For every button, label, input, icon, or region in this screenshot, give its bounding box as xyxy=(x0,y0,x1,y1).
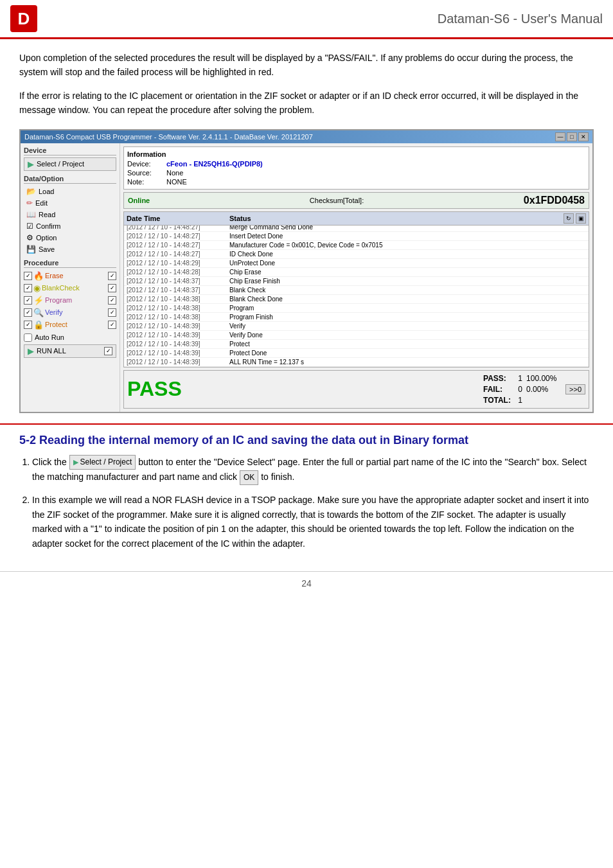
minimize-button[interactable]: — xyxy=(555,132,565,141)
log-row: [2012 / 12 / 10 - 14:48:38]Program xyxy=(124,304,589,313)
log-refresh-button[interactable]: ↻ xyxy=(564,213,574,224)
menu-edit[interactable]: ✏ Edit xyxy=(24,197,116,209)
log-row: [2012 / 12 / 10 - 14:48:27]ID Check Done xyxy=(124,250,589,259)
pass-key: PASS: xyxy=(483,374,506,383)
close-button[interactable]: ✕ xyxy=(578,132,589,141)
select-project-button[interactable]: ▶ Select / Project xyxy=(24,157,116,171)
menu-read[interactable]: 📖 Read xyxy=(24,209,116,220)
proc-verify-check1[interactable]: ✓ xyxy=(24,308,32,317)
load-icon: 📂 xyxy=(26,187,36,196)
edit-icon: ✏ xyxy=(26,199,33,208)
section-52-list: Click the ▶ Select / Project button to e… xyxy=(32,455,594,551)
proc-program-check1[interactable]: ✓ xyxy=(24,296,32,305)
auto-run-checkbox[interactable] xyxy=(24,333,32,342)
log-clear-button[interactable]: ▣ xyxy=(576,213,586,224)
erase-icon: 🔥 xyxy=(33,271,44,281)
result-stats: PASS: 1 100.00% FAIL: 0 0.00% >>0 TOTAL:… xyxy=(483,374,585,405)
proc-blank-check1[interactable]: ✓ xyxy=(24,284,32,292)
fail-row: FAIL: 0 0.00% >>0 xyxy=(483,384,585,394)
proc-protect-check2[interactable]: ✓ xyxy=(108,321,116,329)
checksum-label: Checksum[Total]: xyxy=(310,197,364,204)
note-row: Note: NONE xyxy=(127,178,585,186)
proc-protect-check1[interactable]: ✓ xyxy=(24,321,32,329)
confirm-label: Confirm xyxy=(36,222,61,230)
run-all-icon: ▶ xyxy=(28,346,34,356)
select-project-icon: ▶ xyxy=(28,159,34,169)
log-time: [2012 / 12 / 10 - 14:48:38] xyxy=(127,314,229,321)
save-icon: 💾 xyxy=(26,245,36,254)
log-row: [2012 / 12 / 10 - 14:48:37]Chip Erase Fi… xyxy=(124,277,589,286)
log-time: [2012 / 12 / 10 - 14:48:37] xyxy=(127,278,229,285)
run-all-checkbox[interactable]: ✓ xyxy=(104,347,112,355)
fail-pct: 0.00% xyxy=(526,385,562,394)
fail-arrow-button[interactable]: >>0 xyxy=(565,384,585,394)
app-body: Device ▶ Select / Project Data/Option 📂 … xyxy=(21,143,592,412)
device-row: Device: cFeon - EN25QH16-Q(PDIP8) xyxy=(127,160,585,168)
log-status: Chip Erase xyxy=(229,269,586,276)
fail-key: FAIL: xyxy=(483,385,506,394)
header-logo: D xyxy=(10,5,37,32)
total-key: TOTAL: xyxy=(483,396,506,405)
verify-label: Verify xyxy=(45,308,107,316)
pass-row: PASS: 1 100.00% xyxy=(483,374,585,383)
app-titlebar: Dataman-S6 Compact USB Programmer - Soft… xyxy=(21,130,592,143)
proc-erase-check1[interactable]: ✓ xyxy=(24,272,32,280)
body-para-2: If the error is relating to the IC place… xyxy=(19,89,594,118)
log-time: [2012 / 12 / 10 - 14:48:39] xyxy=(127,332,229,339)
data-option-section-label: Data/Option xyxy=(24,175,116,184)
log-header-time: Date Time xyxy=(127,215,229,222)
proc-erase-check2[interactable]: ✓ xyxy=(108,272,116,280)
log-time: [2012 / 12 / 10 - 14:48:38] xyxy=(127,296,229,303)
read-icon: 📖 xyxy=(26,210,36,219)
log-status: ID Check Done xyxy=(229,251,586,258)
menu-confirm[interactable]: ☑ Confirm xyxy=(24,220,116,232)
verify-icon: 🔍 xyxy=(33,308,44,317)
log-row: [2012 / 12 / 10 - 14:48:27]Insert Detect… xyxy=(124,232,589,241)
body-text: Upon completion of the selected procedur… xyxy=(0,39,613,124)
information-label: Information xyxy=(127,150,585,158)
app-window: Dataman-S6 Compact USB Programmer - Soft… xyxy=(19,129,594,413)
log-time: [2012 / 12 / 10 - 14:48:39] xyxy=(127,323,229,330)
online-checksum-row: Online Checksum[Total]: 0x1FDD0458 xyxy=(123,192,589,209)
log-time: [2012 / 12 / 10 - 14:48:27] xyxy=(127,242,229,249)
menu-load[interactable]: 📂 Load xyxy=(24,186,116,197)
proc-verify-check2[interactable]: ✓ xyxy=(108,308,116,317)
maximize-button[interactable]: □ xyxy=(567,132,577,141)
total-count: 1 xyxy=(510,396,522,405)
run-all-button[interactable]: ▶ RUN ALL ✓ xyxy=(24,344,116,358)
log-time: [2012 / 12 / 10 - 14:48:39] xyxy=(127,341,229,348)
log-status: Program Finish xyxy=(229,314,586,321)
app-titlebar-buttons: — □ ✕ xyxy=(555,132,589,141)
section-52-item-1: Click the ▶ Select / Project button to e… xyxy=(32,455,594,486)
log-status: Program xyxy=(229,305,586,312)
section-52-item-2: In this example we will read a NOR FLASH… xyxy=(32,493,594,551)
proc-program-check2[interactable]: ✓ xyxy=(108,296,116,305)
log-row: [2012 / 12 / 10 - 14:48:39]Protect xyxy=(124,340,589,349)
proc-erase: ✓ 🔥 Erase ✓ xyxy=(24,270,116,282)
log-time: [2012 / 12 / 10 - 14:48:27] xyxy=(127,226,229,231)
proc-protect: ✓ 🔒 Protect ✓ xyxy=(24,319,116,331)
log-row: [2012 / 12 / 10 - 14:48:39]Verify xyxy=(124,322,589,331)
menu-save[interactable]: 💾 Save xyxy=(24,244,116,255)
ok-inline-btn[interactable]: OK xyxy=(240,470,258,485)
confirm-icon: ☑ xyxy=(26,222,33,231)
inline-select-icon: ▶ xyxy=(73,457,78,468)
log-status: Blank Check Done xyxy=(229,296,586,303)
device-key: Device: xyxy=(127,160,163,168)
note-key: Note: xyxy=(127,178,163,186)
menu-option[interactable]: ⚙ Option xyxy=(24,232,116,244)
log-time: [2012 / 12 / 10 - 14:48:28] xyxy=(127,269,229,276)
auto-run-label: Auto Run xyxy=(35,333,64,341)
source-value: None xyxy=(166,169,183,177)
program-icon: ⚡ xyxy=(33,296,44,305)
proc-program: ✓ ⚡ Program ✓ xyxy=(24,294,116,306)
proc-blank-check2[interactable]: ✓ xyxy=(108,284,116,292)
page-number: 24 xyxy=(301,578,312,589)
online-label: Online xyxy=(128,197,150,204)
log-row: [2012 / 12 / 10 - 14:48:28]Chip Erase xyxy=(124,268,589,277)
body-para-1: Upon completion of the selected procedur… xyxy=(19,51,594,80)
log-body[interactable]: [2012 / 12 / 10 - 14:48:05]The size of t… xyxy=(124,226,589,367)
select-project-inline-btn[interactable]: ▶ Select / Project xyxy=(69,455,136,470)
edit-label: Edit xyxy=(35,199,48,207)
result-area: PASS PASS: 1 100.00% FAIL: 0 0.00% >>0 T xyxy=(123,370,589,409)
